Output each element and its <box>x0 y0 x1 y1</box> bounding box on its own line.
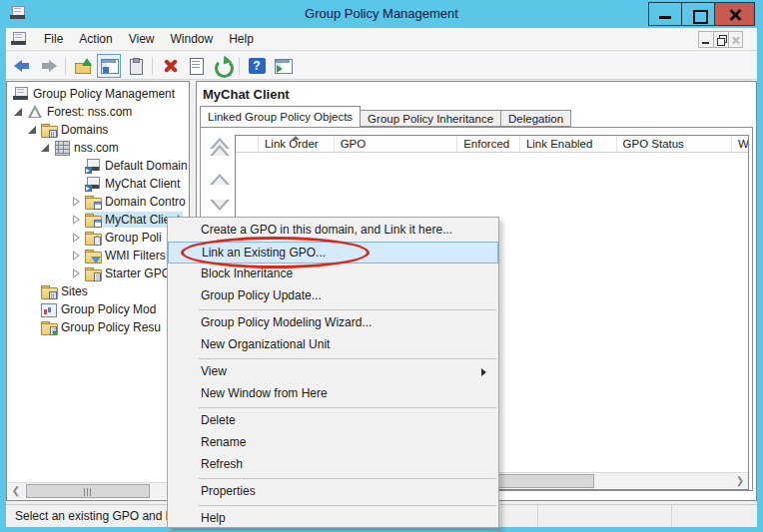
tree-item-group-policy-modeling[interactable]: Group Policy Mod <box>7 300 189 318</box>
move-up-button[interactable] <box>209 174 231 186</box>
expand-toggle-icon[interactable] <box>71 250 83 262</box>
help-icon <box>249 58 266 74</box>
application-window: Group Policy Management File Action View… <box>0 0 763 532</box>
menu-help[interactable]: Help <box>221 29 262 49</box>
move-down-button[interactable] <box>209 200 231 212</box>
minimize-button[interactable] <box>648 2 681 26</box>
tree-item-sites[interactable]: Sites <box>7 282 189 300</box>
tree-item-default-domain-policy[interactable]: Default Domain <box>7 157 189 175</box>
mdi-restore-button[interactable] <box>713 31 728 48</box>
up-level-icon <box>75 58 92 74</box>
menu-separator <box>199 407 496 408</box>
menu-file[interactable]: File <box>36 29 71 49</box>
tree: Group Policy Management Forest: nss.com … <box>7 85 189 336</box>
menu-separator <box>199 358 496 359</box>
gpm-scroll-icon <box>13 87 30 102</box>
menu-item-refresh[interactable]: Refresh <box>168 454 498 476</box>
expand-toggle-icon[interactable] <box>71 232 83 244</box>
status-divider <box>671 505 672 527</box>
column-icon[interactable] <box>236 136 259 152</box>
tree-item-starter-gpos[interactable]: Starter GPO <box>7 265 189 282</box>
menu-action[interactable]: Action <box>71 29 120 49</box>
tree-item-group-policy-objects[interactable]: Group Poli <box>7 229 189 247</box>
menu-item-new-window-from-here[interactable]: New Window from Here <box>168 383 498 405</box>
menu-item-help[interactable]: Help <box>168 508 498 530</box>
menu-view[interactable]: View <box>121 29 163 49</box>
tree-item-nss-com[interactable]: nss.com <box>7 139 189 157</box>
menu-item-create-gpo[interactable]: Create a GPO in this domain, and Link it… <box>168 220 498 242</box>
clipboard-icon <box>127 58 144 74</box>
status-text: Select an existing GPO and lin <box>15 509 173 523</box>
export-list-button[interactable] <box>184 54 208 78</box>
forward-icon <box>40 58 57 74</box>
maximize-button[interactable] <box>681 2 714 26</box>
move-top-button[interactable] <box>209 142 231 154</box>
tree-item-mychat-client-gpo-link[interactable]: MyChat Client <box>7 175 189 193</box>
tree-item-label: Forest: nss.com <box>44 104 135 120</box>
console-tree-icon <box>101 58 118 74</box>
tree-item-group-policy-management[interactable]: Group Policy Management <box>7 85 189 103</box>
expand-toggle-icon[interactable] <box>71 267 83 279</box>
tree-item-domain-controllers[interactable]: Domain Contro <box>7 193 189 211</box>
expand-toggle-icon[interactable] <box>71 214 83 226</box>
tree-horizontal-scrollbar[interactable]: ❮ <box>8 482 188 499</box>
menu-item-view[interactable]: View <box>168 361 498 383</box>
scroll-right-button[interactable]: ❯ <box>732 473 748 489</box>
menu-separator <box>199 309 496 310</box>
starter-gpos-folder-icon <box>85 266 102 281</box>
tree-item-group-policy-results[interactable]: Group Policy Resu <box>7 318 189 336</box>
delete-button[interactable] <box>158 54 182 78</box>
menu-item-modeling-wizard[interactable]: Group Policy Modeling Wizard... <box>168 312 498 334</box>
forward-button[interactable] <box>36 54 60 78</box>
tree-item-label: WMI Filters <box>102 248 169 264</box>
tab-group-policy-inheritance[interactable]: Group Policy Inheritance <box>361 110 501 127</box>
expand-toggle-icon[interactable] <box>71 196 83 208</box>
menu-window[interactable]: Window <box>163 29 222 49</box>
menu-item-block-inheritance[interactable]: Block Inheritance <box>168 264 498 285</box>
refresh-button[interactable] <box>210 54 234 78</box>
tree-item-label: Group Policy Mod <box>58 301 159 317</box>
scroll-left-button[interactable]: ❮ <box>8 483 24 499</box>
back-icon <box>14 58 31 74</box>
menu-item-rename[interactable]: Rename <box>168 432 498 454</box>
tree-item-forest[interactable]: Forest: nss.com <box>7 103 189 121</box>
tree-item-mychat-client-ou[interactable]: MyChat Client <box>7 211 189 229</box>
scrollbar-thumb[interactable] <box>26 484 150 498</box>
domain-icon <box>54 141 71 156</box>
menu-item-group-policy-update[interactable]: Group Policy Update... <box>168 285 498 307</box>
menu-bar: File Action View Window Help <box>6 28 757 51</box>
tree-item-wmi-filters[interactable]: WMI Filters <box>7 247 189 265</box>
column-link-order[interactable]: Link Order <box>259 136 335 152</box>
column-gpo-status[interactable]: GPO Status <box>617 136 733 152</box>
toolbar <box>6 52 757 80</box>
close-button[interactable] <box>714 2 755 26</box>
tree-item-domains[interactable]: Domains <box>7 121 189 139</box>
console-tree-toggle-button[interactable] <box>97 54 121 78</box>
expand-toggle-icon[interactable] <box>27 124 39 136</box>
expand-toggle-icon[interactable] <box>40 142 52 154</box>
mdi-minimize-button[interactable] <box>698 31 713 48</box>
tree-item-label: Group Poli <box>102 230 165 246</box>
back-button[interactable] <box>10 54 34 78</box>
column-wmi-filter[interactable]: W <box>732 136 748 152</box>
help-button[interactable] <box>245 54 269 78</box>
tab-linked-group-policy-objects[interactable]: Linked Group Policy Objects <box>200 106 361 127</box>
column-enforced[interactable]: Enforced <box>457 136 520 152</box>
modeling-icon <box>41 302 58 317</box>
toolbar-separator <box>239 57 240 75</box>
properties-button[interactable] <box>123 54 147 78</box>
menu-item-properties[interactable]: Properties <box>168 481 498 503</box>
column-gpo[interactable]: GPO <box>335 136 458 152</box>
up-one-level-button[interactable] <box>71 54 95 78</box>
tab-delegation[interactable]: Delegation <box>501 110 571 127</box>
mdi-close-button[interactable] <box>728 31 743 48</box>
delete-x-icon <box>162 58 179 74</box>
title-bar[interactable]: Group Policy Management <box>0 0 763 28</box>
menu-item-new-organizational-unit[interactable]: New Organizational Unit <box>168 334 498 356</box>
console-icon <box>11 32 28 47</box>
expand-toggle-icon[interactable] <box>13 106 25 118</box>
column-link-enabled[interactable]: Link Enabled <box>520 136 617 152</box>
new-window-button[interactable] <box>271 54 295 78</box>
menu-item-delete[interactable]: Delete <box>168 410 498 432</box>
tree-item-label: Domains <box>58 122 111 138</box>
